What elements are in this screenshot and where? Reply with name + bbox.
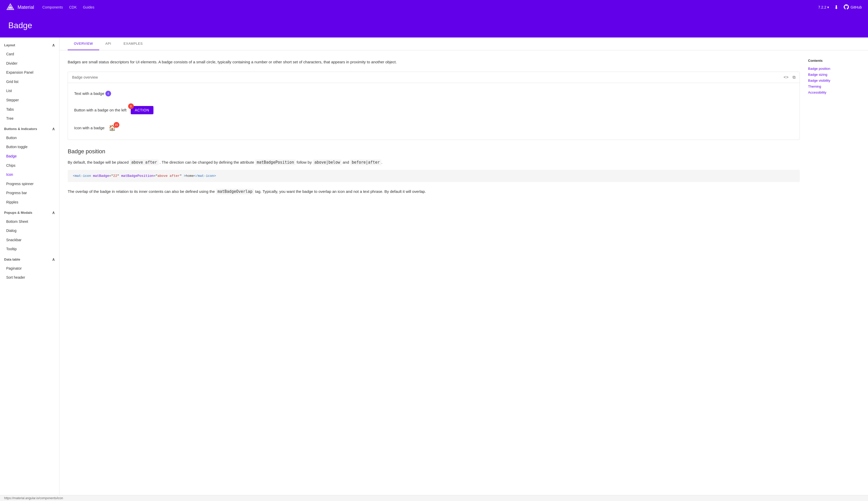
- angular-logo-icon: [6, 3, 14, 11]
- badge-position-text: By default, the badge will be placed abo…: [68, 159, 800, 166]
- intro-text: Badges are small status descriptors for …: [68, 59, 800, 65]
- badge-overlap-code: matBadgeOverlap: [216, 189, 254, 194]
- sidebar-item-dialog[interactable]: Dialog: [0, 226, 59, 235]
- code-icon[interactable]: <>: [783, 75, 789, 79]
- content-main: Badges are small status descriptors for …: [68, 59, 800, 199]
- demo-header: Badge overview <> ⧉: [68, 72, 800, 83]
- sidebar-item-list[interactable]: List: [0, 86, 59, 96]
- sidebar-item-tooltip[interactable]: Tooltip: [0, 245, 59, 254]
- sidebar-section-popups-chevron-icon[interactable]: ∧: [52, 210, 55, 215]
- nav-cdk[interactable]: CDK: [69, 5, 77, 9]
- status-url: https://material.angular.io/components/i…: [4, 496, 63, 500]
- toc-title: Contents: [808, 59, 860, 63]
- navbar-brand: Material: [18, 5, 34, 10]
- badge-example-icon-label: Icon with a badge: [74, 126, 105, 130]
- sidebar-item-snackbar[interactable]: Snackbar: [0, 235, 59, 245]
- version-label: 7.2.2: [818, 5, 826, 9]
- github-icon: [844, 4, 849, 10]
- sidebar-item-ripples[interactable]: Ripples: [0, 198, 59, 207]
- sidebar-item-paginator[interactable]: Paginator: [0, 264, 59, 273]
- tab-overview[interactable]: OVERVIEW: [68, 38, 99, 50]
- main-content: OVERVIEW API EXAMPLES Badges are small s…: [59, 38, 868, 501]
- demo-header-icons: <> ⧉: [783, 75, 795, 79]
- sidebar-section-buttons-chevron-icon[interactable]: ∧: [52, 126, 55, 131]
- toc-item-theming[interactable]: Theming: [808, 84, 860, 89]
- badge-example-button: Button with a badge on the left 8 Action: [74, 106, 793, 114]
- tab-api[interactable]: API: [99, 38, 117, 50]
- sidebar-item-card[interactable]: Card: [0, 50, 59, 59]
- navbar: Material Components CDK Guides 7.2.2 ▾ ⬇…: [0, 0, 868, 14]
- sidebar-item-stepper[interactable]: Stepper: [0, 96, 59, 105]
- toc-item-accessibility[interactable]: Accessibility: [808, 89, 860, 95]
- toc: Contents Badge position Badge sizing Bad…: [808, 59, 860, 199]
- content-area: Badges are small status descriptors for …: [59, 51, 868, 207]
- status-bar: https://material.angular.io/components/i…: [0, 495, 868, 501]
- badge-example-icon: Icon with a badge 🏠 15: [74, 125, 793, 131]
- sidebar-section-buttons: Buttons & Indicators ∧: [0, 123, 59, 134]
- badge-pos-text1b: . The direction can be changed by defini…: [160, 160, 254, 164]
- version-selector[interactable]: 7.2.2 ▾: [818, 5, 829, 9]
- toc-item-badge-sizing[interactable]: Badge sizing: [808, 72, 860, 77]
- badge-pos-code2: matBadgePosition: [255, 160, 296, 165]
- sidebar-item-tree[interactable]: Tree: [0, 114, 59, 123]
- page-header: Badge: [0, 14, 868, 38]
- sidebar-item-icon[interactable]: Icon: [0, 170, 59, 179]
- sidebar-section-buttons-label: Buttons & Indicators: [4, 127, 37, 131]
- version-chevron-icon: ▾: [827, 5, 829, 9]
- tabs-bar: OVERVIEW API EXAMPLES: [59, 38, 868, 51]
- action-button[interactable]: Action: [131, 106, 153, 114]
- open-external-icon[interactable]: ⧉: [793, 75, 795, 79]
- sidebar-item-sort-header[interactable]: Sort header: [0, 273, 59, 282]
- badge-example-text: Text with a badge 4: [74, 91, 793, 96]
- navbar-right: 7.2.2 ▾ ⬇ GitHub: [818, 4, 862, 10]
- sidebar-item-grid-list[interactable]: Grid list: [0, 77, 59, 87]
- toc-item-badge-position[interactable]: Badge position: [808, 66, 860, 72]
- sidebar-item-progress-spinner[interactable]: Progress spinner: [0, 179, 59, 189]
- toc-item-badge-visibility[interactable]: Badge visibility: [808, 77, 860, 84]
- sidebar-item-progress-bar[interactable]: Progress bar: [0, 189, 59, 198]
- icon-badge-wrapper: 🏠 15: [109, 125, 116, 131]
- button-badge-wrapper: 8 Action: [131, 106, 153, 114]
- badge-example-button-label: Button with a badge on the left: [74, 108, 127, 112]
- badge-overlap-text2: tag. Typically, you want the badge to ov…: [255, 189, 426, 194]
- sidebar-item-button[interactable]: Button: [0, 134, 59, 143]
- sidebar-section-data-table-chevron-icon[interactable]: ∧: [52, 257, 55, 262]
- badge-overlap-text1: The overlap of the badge in relation to …: [68, 189, 215, 194]
- sidebar-item-chips[interactable]: Chips: [0, 161, 59, 170]
- main-layout: Layout ∧ Card Divider Expansion Panel Gr…: [0, 38, 868, 501]
- badge-overlap-text: The overlap of the badge in relation to …: [68, 188, 800, 195]
- button-badge: 8: [128, 104, 134, 109]
- sidebar-section-data-table: Data table ∧: [0, 254, 59, 264]
- badge-pos-code3: above|below: [313, 160, 341, 165]
- tab-examples[interactable]: EXAMPLES: [117, 38, 149, 50]
- sidebar-item-bottom-sheet[interactable]: Bottom Sheet: [0, 217, 59, 226]
- github-link[interactable]: GitHub: [844, 4, 862, 10]
- sidebar-item-button-toggle[interactable]: Button toggle: [0, 142, 59, 152]
- badge-pos-code1: above after: [130, 160, 158, 165]
- sidebar-section-layout-chevron-icon[interactable]: ∧: [52, 43, 55, 47]
- badge-pos-code4: before|after: [350, 160, 381, 165]
- demo-box: Badge overview <> ⧉ Text with a badge: [68, 72, 800, 140]
- github-label: GitHub: [850, 5, 862, 9]
- text-badge: 4: [106, 91, 111, 96]
- nav-components[interactable]: Components: [42, 5, 63, 9]
- sidebar-item-divider[interactable]: Divider: [0, 59, 59, 68]
- code-example-1: <mat-icon matBadge="22" matBadgePosition…: [68, 170, 800, 182]
- sidebar-section-layout-label: Layout: [4, 43, 15, 47]
- navbar-links: Components CDK Guides: [42, 5, 94, 9]
- sidebar-item-tabs[interactable]: Tabs: [0, 105, 59, 114]
- badge-pos-text1: By default, the badge will be placed: [68, 160, 129, 164]
- download-icon: ⬇: [834, 4, 838, 10]
- badge-example-text-label: Text with a badge: [74, 91, 105, 96]
- nav-guides[interactable]: Guides: [83, 5, 94, 9]
- sidebar-section-popups: Popups & Modals ∧: [0, 207, 59, 217]
- sidebar-section-layout: Layout ∧: [0, 40, 59, 50]
- sidebar-item-badge[interactable]: Badge: [0, 152, 59, 161]
- badge-position-heading: Badge position: [68, 148, 800, 155]
- navbar-logo: [6, 3, 14, 11]
- sidebar-item-expansion-panel[interactable]: Expansion Panel: [0, 68, 59, 77]
- sidebar: Layout ∧ Card Divider Expansion Panel Gr…: [0, 38, 59, 501]
- sidebar-section-popups-label: Popups & Modals: [4, 211, 32, 215]
- code-tag-open: <: [73, 174, 75, 178]
- svg-rect-2: [9, 7, 12, 8]
